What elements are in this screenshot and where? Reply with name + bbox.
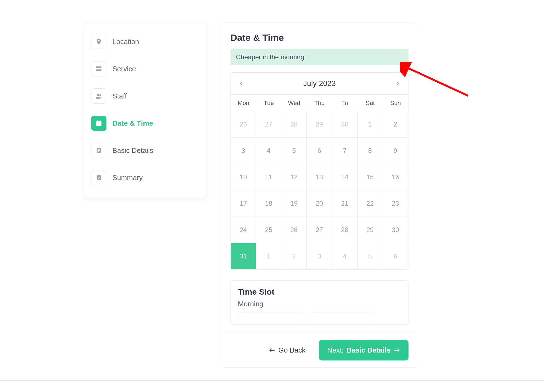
calendar-day[interactable]: 27 xyxy=(307,217,332,243)
checklist-icon xyxy=(91,170,106,185)
calendar-day[interactable]: 28 xyxy=(332,217,358,243)
sidebar-item-label: Location xyxy=(112,38,139,46)
calendar-day[interactable]: 1 xyxy=(256,243,281,269)
calendar-day[interactable]: 14 xyxy=(332,164,358,190)
sidebar-item-label: Staff xyxy=(112,92,127,100)
svg-rect-0 xyxy=(96,66,102,68)
calendar-day[interactable]: 9 xyxy=(383,137,408,164)
calendar-day[interactable]: 26 xyxy=(281,217,307,243)
calendar-weekday: Tue xyxy=(256,94,281,111)
calendar-day[interactable]: 12 xyxy=(281,164,307,190)
calendar-day[interactable]: 22 xyxy=(358,190,383,217)
calendar-day[interactable]: 10 xyxy=(231,164,256,190)
go-back-label: Go Back xyxy=(278,346,306,354)
calendar-day[interactable]: 5 xyxy=(281,137,307,164)
wizard-footer: Go Back Next: Basic Details xyxy=(221,333,418,368)
calendar-next-button[interactable] xyxy=(395,81,401,87)
sidebar-item-service[interactable]: Service xyxy=(91,55,199,82)
calendar-day[interactable]: 1 xyxy=(358,111,383,137)
calendar-day[interactable]: 24 xyxy=(231,217,256,243)
svg-rect-6 xyxy=(97,120,98,122)
timeslot-section-label: Morning xyxy=(238,300,401,308)
calendar-day[interactable]: 3 xyxy=(307,243,332,269)
svg-point-3 xyxy=(99,94,101,96)
calendar-day[interactable]: 13 xyxy=(307,164,332,190)
calendar-day[interactable]: 2 xyxy=(383,111,408,137)
calendar-day[interactable]: 19 xyxy=(281,190,307,217)
service-blocks-icon xyxy=(91,61,106,76)
calendar-weekday: Thu xyxy=(307,94,332,111)
sidebar-item-summary[interactable]: Summary xyxy=(91,164,199,191)
svg-rect-13 xyxy=(97,175,101,180)
next-button[interactable]: Next: Basic Details xyxy=(319,340,408,360)
timeslot-option[interactable] xyxy=(238,313,303,324)
sidebar-item-label: Date & Time xyxy=(112,119,153,128)
sidebar-item-label: Basic Details xyxy=(112,146,153,155)
next-prefix: Next: xyxy=(327,346,344,354)
calendar-month-label: July 2023 xyxy=(303,79,336,88)
next-bold: Basic Details xyxy=(346,346,391,354)
calendar-day[interactable]: 17 xyxy=(231,190,256,217)
timeslot-scroll[interactable]: Time Slot Morning xyxy=(231,281,408,324)
main-panel: Date & Time Cheaper in the morning! July… xyxy=(221,23,418,368)
calendar-day[interactable]: 27 xyxy=(256,111,281,137)
arrow-left-icon xyxy=(269,347,276,354)
calendar-day[interactable]: 3 xyxy=(231,137,256,164)
people-icon xyxy=(91,88,106,104)
calendar-day[interactable]: 2 xyxy=(281,243,307,269)
go-back-button[interactable]: Go Back xyxy=(266,341,308,359)
notice-banner: Cheaper in the morning! xyxy=(230,49,408,65)
calendar-day[interactable]: 28 xyxy=(281,111,307,137)
calendar-day[interactable]: 11 xyxy=(256,164,281,190)
calendar-day[interactable]: 23 xyxy=(383,190,408,217)
calendar-weekday: Sun xyxy=(383,94,408,111)
calendar-weekday: Wed xyxy=(281,94,307,111)
calendar-day[interactable]: 18 xyxy=(256,190,281,217)
calendar-day[interactable]: 5 xyxy=(358,243,383,269)
svg-rect-14 xyxy=(98,175,100,176)
sidebar-item-location[interactable]: Location xyxy=(91,28,199,55)
location-pin-icon xyxy=(91,34,106,49)
calendar-day[interactable]: 26 xyxy=(231,111,256,137)
calendar-day[interactable]: 6 xyxy=(383,243,408,269)
calendar-day[interactable]: 25 xyxy=(256,217,281,243)
svg-rect-10 xyxy=(98,149,100,150)
sidebar-item-label: Service xyxy=(112,65,136,73)
calendar-day[interactable]: 20 xyxy=(307,190,332,217)
svg-rect-11 xyxy=(98,150,100,151)
arrow-right-icon xyxy=(393,347,400,354)
main-scroll-area[interactable]: Date & Time Cheaper in the morning! July… xyxy=(221,23,418,333)
wizard-sidebar: Location Service Staff Date & Time Basic… xyxy=(84,23,207,198)
calendar-day[interactable]: 7 xyxy=(332,137,358,164)
timeslot-option[interactable] xyxy=(310,313,375,324)
calendar-day[interactable]: 31 xyxy=(231,243,256,269)
calendar-day[interactable]: 16 xyxy=(383,164,408,190)
calendar-day[interactable]: 4 xyxy=(256,137,281,164)
sidebar-item-date-time[interactable]: Date & Time xyxy=(91,110,199,137)
sidebar-item-label: Summary xyxy=(112,174,143,182)
document-icon xyxy=(91,143,106,158)
calendar-day[interactable]: 4 xyxy=(332,243,358,269)
calendar-day[interactable]: 29 xyxy=(307,111,332,137)
svg-rect-1 xyxy=(96,69,102,71)
calendar-weekday: Fri xyxy=(332,94,358,111)
calendar-icon xyxy=(91,116,106,131)
calendar-day[interactable]: 30 xyxy=(332,111,358,137)
calendar-day[interactable]: 8 xyxy=(358,137,383,164)
svg-rect-12 xyxy=(98,151,99,152)
calendar-weekday: Mon xyxy=(231,94,256,111)
calendar: July 2023 MonTueWedThuFriSatSun 26272829… xyxy=(230,72,408,270)
svg-rect-8 xyxy=(96,122,102,123)
sidebar-item-staff[interactable]: Staff xyxy=(91,82,199,110)
calendar-day[interactable]: 30 xyxy=(383,217,408,243)
svg-point-2 xyxy=(97,94,99,96)
sidebar-item-basic-details[interactable]: Basic Details xyxy=(91,137,199,164)
calendar-day[interactable]: 15 xyxy=(358,164,383,190)
calendar-day[interactable]: 29 xyxy=(358,217,383,243)
timeslot-title: Time Slot xyxy=(238,287,401,297)
calendar-prev-button[interactable] xyxy=(238,81,244,87)
calendar-day[interactable]: 6 xyxy=(307,137,332,164)
svg-rect-7 xyxy=(100,120,100,122)
timeslot-panel: Time Slot Morning xyxy=(230,280,408,325)
calendar-day[interactable]: 21 xyxy=(332,190,358,217)
